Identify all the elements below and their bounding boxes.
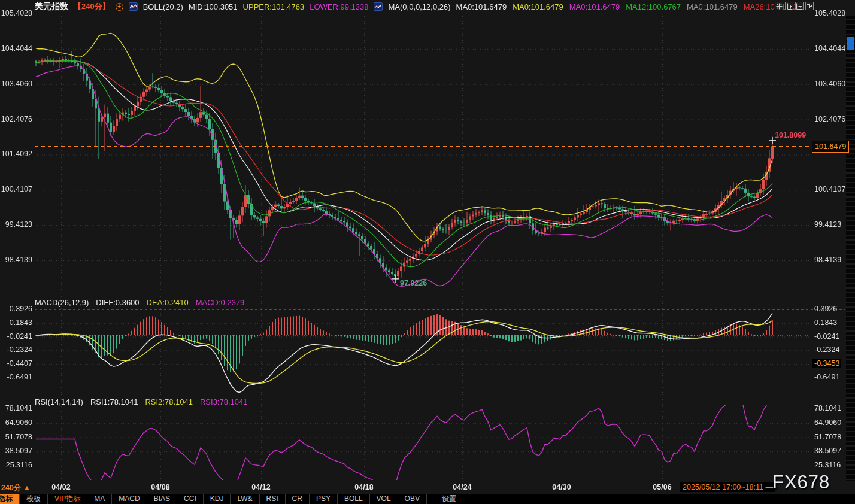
- macd-tick-label: 0.1843: [0, 318, 32, 327]
- main-indicator-header: 美元指数 【240分】 + BOLL(20,2) MID:100.3051 UP…: [35, 1, 798, 12]
- price-tick-label: 99.4123: [814, 220, 841, 229]
- rsi-tick-label: 64.9060: [0, 418, 32, 427]
- ma-value: MA0:101.6479: [513, 2, 563, 11]
- x-axis-scale-icon[interactable]: [795, 2, 804, 10]
- ma-indicator-icon[interactable]: [374, 2, 383, 11]
- boll-indicator-icon[interactable]: [129, 2, 138, 11]
- macd-macd-value: MACD:0.2379: [196, 298, 245, 307]
- price-tick-label: 104.4044: [814, 44, 845, 53]
- rsi-tick-label: 38.5097: [814, 447, 841, 455]
- toolbar-tab-ma[interactable]: MA: [87, 494, 112, 504]
- ma-value: MA0:101.6479: [569, 2, 620, 11]
- price-tick-label: 103.4060: [0, 80, 32, 88]
- boll-upper-value: UPPER:101.4763: [243, 2, 305, 11]
- toolbar-tab-indicators[interactable]: 指标: [0, 494, 20, 504]
- chart-app: 美元指数 【240分】 + BOLL(20,2) MID:100.3051 UP…: [0, 0, 855, 504]
- macd-tick-label: 0.1843: [814, 318, 837, 327]
- indicator-toolbar: 指标模板VIP指标MAMACDBIASCCIKDJLW&RSICRPSYBOLL…: [0, 494, 855, 504]
- y-axis-scale-icon[interactable]: [785, 2, 793, 10]
- date-label: 04/30: [548, 483, 575, 491]
- rsi-tick-label: 38.5097: [0, 447, 32, 455]
- toolbar-tab-lwr[interactable]: LW&: [231, 494, 259, 504]
- price-tick-label: 99.4123: [0, 220, 32, 229]
- macd-axis-highlight: -0.3453: [812, 359, 841, 368]
- price-tick-label: 98.4139: [0, 256, 32, 264]
- boll-label: BOLL(20,2): [143, 2, 183, 11]
- price-tick-label: 101.4092: [0, 150, 32, 158]
- toolbar-tab-cci[interactable]: CCI: [177, 494, 204, 504]
- rsi-tick-label: 25.3116: [814, 461, 841, 469]
- macd-tick-label: -0.0241: [0, 332, 32, 341]
- macd-tick-label: -0.4407: [0, 359, 32, 368]
- macd-tick-label: -0.6491: [0, 373, 32, 381]
- toolbar-tab-psy[interactable]: PSY: [310, 494, 338, 504]
- rsi-tick-label: 51.7078: [0, 433, 32, 441]
- ma-value: MA12:100.6767: [626, 2, 681, 11]
- move-tool-icon[interactable]: [775, 2, 783, 10]
- macd-tick-label: 0.3926: [814, 305, 837, 313]
- date-label: 04/02: [47, 483, 75, 491]
- ma-label: MA(0,0,0,12,0,26): [388, 2, 450, 11]
- macd-tick-label: 0.3926: [0, 305, 32, 313]
- rsi1-value: RSI1:78.1041: [90, 397, 138, 406]
- rsi-tick-label: 51.7078: [814, 433, 841, 441]
- date-label: 05/06: [648, 483, 676, 491]
- circle-plus-icon[interactable]: +: [116, 3, 123, 11]
- price-tick-label: 105.4028: [0, 9, 32, 17]
- toolbar-tab-bias[interactable]: BIAS: [147, 494, 177, 504]
- price-tick-label: 105.4028: [814, 9, 845, 17]
- rsi-header: RSI(14,14,14) RSI1:78.1041 RSI2:78.1041 …: [35, 397, 247, 406]
- rsi2-value: RSI2:78.1041: [145, 397, 193, 406]
- price-tick-label: 98.4139: [814, 256, 841, 264]
- price-tick-label: 100.4107: [814, 185, 845, 193]
- high-price-label: 101.8099: [775, 131, 806, 139]
- price-tick-label: 102.4076: [814, 115, 845, 123]
- ma-values-group: MA0:101.6479MA0:101.6479MA0:101.6479MA12…: [456, 2, 798, 11]
- scrollbar-thumb[interactable]: [847, 37, 854, 50]
- price-tick-label: 102.4076: [0, 115, 32, 123]
- macd-diff-value: DIFF:0.3600: [96, 298, 139, 307]
- price-chart-canvas[interactable]: [0, 0, 855, 504]
- price-tick-label: 103.4060: [814, 80, 845, 88]
- last-price-badge: 101.6479: [812, 141, 849, 153]
- macd-dea-value: DEA:0.2410: [147, 298, 189, 307]
- rsi-tick-label: 78.1041: [814, 404, 841, 412]
- toolbar-tab-settings[interactable]: 设置: [435, 494, 463, 504]
- pan-right-icon[interactable]: [805, 2, 814, 10]
- rsi-tick-label: 78.1041: [0, 404, 32, 412]
- macd-header: MACD(26,12,9) DIFF:0.3600 DEA:0.2410 MAC…: [35, 297, 244, 307]
- macd-tick-label: -0.0241: [814, 332, 839, 341]
- low-price-label: 97.9226: [400, 279, 427, 287]
- price-tick-label: 100.4107: [0, 185, 32, 193]
- toolbar-tab-kdj[interactable]: KDJ: [204, 494, 231, 504]
- toolbar-tab-rsi[interactable]: RSI: [260, 494, 286, 504]
- macd-label: MACD(26,12,9): [35, 298, 89, 307]
- period-selector[interactable]: 240分 ▲: [1, 483, 31, 493]
- rsi-label: RSI(14,14,14): [35, 397, 83, 406]
- toolbar-tab-templates[interactable]: 模板: [20, 494, 48, 504]
- session-time-label: 2025/05/12 17:00~18:11 —: [680, 482, 775, 492]
- macd-tick-label: -0.2324: [0, 345, 32, 354]
- date-label: 04/18: [350, 483, 378, 491]
- toolbar-tab-vol[interactable]: VOL: [370, 494, 398, 504]
- rsi-tick-label: 25.3116: [0, 461, 32, 469]
- rsi3-value: RSI3:78.1041: [200, 397, 248, 406]
- fx678-watermark: FX678: [772, 472, 830, 493]
- date-label: 04/08: [147, 483, 174, 491]
- period-tag[interactable]: 【240分】: [74, 1, 110, 12]
- rsi-tick-label: 64.9060: [814, 418, 841, 427]
- symbol-title: 美元指数: [35, 1, 68, 12]
- toolbar-tab-boll[interactable]: BOLL: [338, 494, 370, 504]
- toolbar-tab-obv[interactable]: OBV: [398, 494, 427, 504]
- chart-toolbar-icons: [775, 2, 814, 10]
- toolbar-tab-cr[interactable]: CR: [286, 494, 310, 504]
- toolbar-tab-macd[interactable]: MACD: [112, 494, 147, 504]
- macd-tick-label: -0.2324: [814, 345, 839, 354]
- vertical-scrollbar[interactable]: [846, 16, 855, 481]
- ma-value: MA0:101.6479: [456, 2, 507, 11]
- price-tick-label: 104.4044: [0, 44, 32, 53]
- date-label: 04/12: [247, 483, 275, 491]
- boll-lower-value: LOWER:99.1338: [310, 2, 368, 11]
- toolbar-tab-vip-indicators[interactable]: VIP指标: [48, 494, 87, 504]
- boll-mid-value: MID:100.3051: [189, 2, 238, 11]
